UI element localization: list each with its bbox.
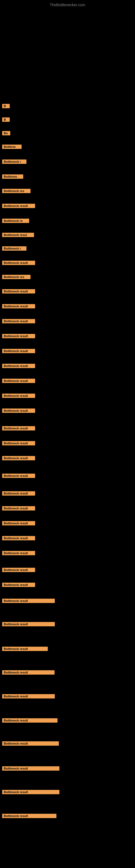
bottleneck-label: Bottleneck result <box>2 551 35 555</box>
list-item: Bottleneck r <box>2 159 27 164</box>
list-item: Bottleneck result <box>2 766 59 771</box>
list-item: B <box>2 117 10 122</box>
bottleneck-label: Bottleneck result <box>2 456 35 460</box>
bottleneck-label: Bottleneck result <box>2 474 35 478</box>
bottleneck-label: Bottleneck result <box>2 319 35 323</box>
bottleneck-label: Bottleneck result <box>2 647 48 651</box>
list-item: Bottleneck result <box>2 318 35 323</box>
bottleneck-label: B <box>2 118 10 122</box>
bottleneck-label: Bottleneck result <box>2 426 35 431</box>
bottleneck-label: Bottleneck result <box>2 364 35 368</box>
site-title: TheBottlenecker.com <box>0 0 135 8</box>
bottleneck-label: Bottleneck result <box>2 261 35 265</box>
list-item: Bottleneck result <box>2 646 48 651</box>
list-item: Bottleneck result <box>2 426 35 431</box>
bottleneck-label: Bottleneck result <box>2 408 35 413</box>
bottleneck-label: B <box>2 104 10 108</box>
list-item: Bottleneck result <box>2 333 35 338</box>
bottleneck-rows-container: BBBoBottleneBottleneck rBottlenecBottlen… <box>0 95 135 828</box>
bottleneck-label: Bottleneck res <box>2 189 31 193</box>
bottleneck-label: Bottlenec <box>2 175 23 179</box>
bottleneck-label: Bottleneck result <box>2 718 57 723</box>
bottleneck-label: Bottleneck result <box>2 204 35 208</box>
list-item: Bottleneck result <box>2 440 35 445</box>
list-item: Bottleneck result <box>2 582 35 587</box>
bottleneck-label: Bottleneck result <box>2 334 35 338</box>
list-item: Bo <box>2 130 10 135</box>
bottleneck-label: Bottleneck result <box>2 441 35 445</box>
bottleneck-label: Bottleneck res <box>2 275 31 279</box>
bottleneck-label: Bottleneck result <box>2 766 59 771</box>
list-item: Bottleneck result <box>2 741 59 746</box>
bottleneck-label: Bottleneck result <box>2 814 56 818</box>
list-item: Bottleneck result <box>2 718 57 723</box>
list-item: Bottleneck result <box>2 535 35 540</box>
list-item: Bottleneck result <box>2 363 35 368</box>
bottleneck-label: Bottleneck result <box>2 583 35 587</box>
list-item: Bottleneck result <box>2 621 55 626</box>
bottleneck-label: Bottleneck result <box>2 521 35 525</box>
chart-area <box>0 8 135 95</box>
list-item: Bottleneck result <box>2 521 35 525</box>
bottleneck-label: Bottleneck result <box>2 349 35 353</box>
bottleneck-label: Bottleneck result <box>2 379 35 383</box>
bottleneck-label: Bottleneck r <box>2 246 27 251</box>
list-item: Bottleneck result <box>2 813 56 818</box>
bottleneck-label: Bottleneck result <box>2 741 59 746</box>
bottleneck-label: Bottleneck result <box>2 622 55 626</box>
bottleneck-label: Bottleneck result <box>2 790 59 794</box>
list-item: Bottleneck result <box>2 289 35 293</box>
list-item: Bottleneck result <box>2 304 35 308</box>
bottleneck-label: Bottleneck result <box>2 491 35 496</box>
list-item: Bottleneck result <box>2 598 55 603</box>
bottleneck-label: Bottleneck result <box>2 289 35 293</box>
bottleneck-label: Bottleneck result <box>2 304 35 308</box>
list-item: Bottleneck result <box>2 693 55 699</box>
list-item: Bottleneck result <box>2 456 35 460</box>
list-item: Bottleneck result <box>2 550 35 555</box>
bottleneck-label: Bottleneck result <box>2 506 35 510</box>
list-item: Bottleneck result <box>2 567 35 572</box>
list-item: Bottleneck result <box>2 506 35 510</box>
list-item: Bottlene <box>2 144 21 149</box>
list-item: Bottleneck result <box>2 789 59 794</box>
list-item: Bottleneck result <box>2 408 35 413</box>
bottleneck-label: Bottleneck result <box>2 694 55 699</box>
list-item: Bottleneck result <box>2 491 35 496</box>
list-item: Bottleneck result <box>2 393 35 398</box>
list-item: B <box>2 103 10 108</box>
list-item: Bottlenec <box>2 174 23 179</box>
list-item: Bottleneck result <box>2 260 35 265</box>
bottleneck-label: Bo <box>2 131 10 135</box>
bottleneck-label: Bottleneck r <box>2 159 27 164</box>
bottleneck-label: Bottleneck result <box>2 568 35 572</box>
list-item: Bottleneck result <box>2 378 35 383</box>
list-item: Bottleneck result <box>2 203 35 208</box>
list-item: Bottleneck result <box>2 348 35 353</box>
bottleneck-label: Bottleneck result <box>2 599 55 603</box>
list-item: Bottleneck resul <box>2 232 34 237</box>
list-item: Bottleneck res <box>2 274 31 279</box>
list-item: Bottleneck res <box>2 188 31 193</box>
list-item: Bottleneck result <box>2 473 35 478</box>
bottleneck-label: Bottlene <box>2 145 21 149</box>
bottleneck-label: Bottleneck result <box>2 670 54 675</box>
bottleneck-label: Bottleneck resul <box>2 233 34 237</box>
list-item: Bottleneck result <box>2 670 54 675</box>
list-item: Bottleneck re <box>2 218 29 223</box>
bottleneck-label: Bottleneck result <box>2 536 35 540</box>
bottleneck-label: Bottleneck re <box>2 219 29 223</box>
list-item: Bottleneck r <box>2 246 27 251</box>
bottleneck-label: Bottleneck result <box>2 394 35 398</box>
